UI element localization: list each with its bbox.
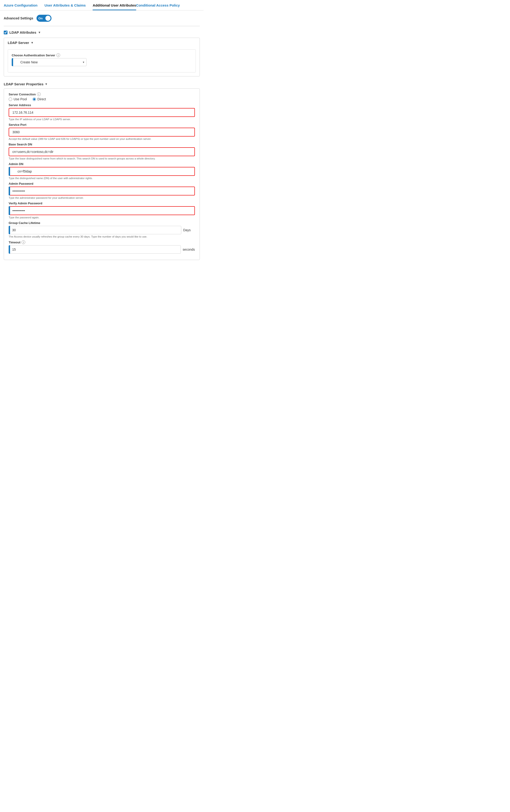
group-cache-lifetime-hint: The Access device usually refreshes the …: [9, 235, 195, 238]
timeout-bar: [9, 245, 10, 254]
direct-label: Direct: [37, 97, 46, 101]
ldap-server-title: LDAP Server: [8, 41, 29, 44]
service-port-label-text: Service Port: [9, 123, 26, 126]
server-address-input-wrapper: [9, 108, 195, 117]
choose-auth-server-info-icon: i: [56, 53, 60, 57]
server-address-hint: Type the IP address of your LDAP or LDAP…: [9, 118, 195, 121]
verify-admin-password-bar: [9, 206, 10, 215]
ldap-server-properties-card: Server Connection i Use Pool Direct Serv…: [4, 88, 200, 260]
select-left-bar: [12, 58, 13, 66]
base-search-dn-hint: Type the base distinguished name from wh…: [9, 157, 195, 160]
base-search-dn-group: Base Search DN Type the base distinguish…: [9, 143, 195, 160]
timeout-input[interactable]: [9, 245, 181, 254]
choose-auth-server-group: Choose Authentication Server i Create Ne…: [12, 53, 192, 66]
verify-admin-password-input[interactable]: [9, 206, 195, 215]
admin-dn-hint: Type the distinguished name (DN) of the …: [9, 177, 195, 180]
use-pool-radio[interactable]: [9, 97, 12, 101]
group-cache-lifetime-group: Group Cache Lifetime Days The Access dev…: [9, 221, 195, 238]
service-port-group: Service Port Accept the default value (3…: [9, 123, 195, 140]
base-search-dn-input[interactable]: [9, 147, 195, 156]
tab-azure-config[interactable]: Azure Configuration: [4, 3, 37, 10]
server-connection-group: Server Connection i Use Pool Direct: [9, 92, 195, 101]
timeout-input-wrapper: [9, 245, 181, 254]
admin-dn-input[interactable]: [9, 167, 195, 176]
group-cache-lifetime-label: Group Cache Lifetime: [9, 221, 195, 225]
server-address-group: Server Address Type the IP address of yo…: [9, 103, 195, 121]
toggle-on-label: On: [38, 17, 42, 20]
admin-password-label: Admin Password: [9, 182, 195, 185]
timeout-info-icon: i: [22, 240, 25, 244]
tab-additional-user-attributes[interactable]: Additional User Attributes: [93, 3, 136, 10]
top-nav: Azure Configuration User Attributes & Cl…: [0, 0, 203, 10]
ldap-server-card: LDAP Server ▾ Choose Authentication Serv…: [4, 38, 200, 77]
base-search-dn-label: Base Search DN: [9, 143, 195, 146]
admin-password-bar: [9, 187, 10, 196]
ldap-server-properties-title-row[interactable]: LDAP Server Properties ▾: [0, 80, 203, 87]
admin-password-input-wrapper: [9, 187, 195, 196]
server-connection-label: Server Connection i: [9, 92, 195, 96]
verify-admin-password-input-wrapper: [9, 206, 195, 215]
base-search-dn-input-wrapper: [9, 147, 195, 156]
server-connection-info-icon: i: [37, 92, 41, 96]
service-port-input-wrapper: [9, 128, 195, 137]
server-connection-radio-group: Use Pool Direct: [9, 97, 195, 101]
verify-admin-password-hint: Type the password again.: [9, 216, 195, 219]
group-cache-lifetime-input[interactable]: [9, 226, 181, 234]
section-divider: [4, 26, 200, 26]
group-cache-lifetime-input-wrapper: [9, 226, 181, 234]
tab-conditional-access-policy[interactable]: Conditional Access Policy: [136, 3, 180, 10]
group-cache-lifetime-input-row: Days: [9, 226, 195, 234]
verify-admin-password-label-text: Verify Admin Password: [9, 202, 42, 205]
service-port-hint: Accept the default value (389 for LDAP a…: [9, 138, 195, 140]
admin-password-input[interactable]: [9, 187, 195, 196]
service-port-label: Service Port: [9, 123, 195, 126]
ldap-attributes-row: LDAP Attributes ▾: [0, 28, 203, 36]
toggle-knob: [46, 16, 51, 21]
admin-password-group: Admin Password Type the administrator pa…: [9, 182, 195, 199]
service-port-input[interactable]: [9, 128, 195, 137]
ldap-server-header[interactable]: LDAP Server ▾: [4, 38, 200, 48]
ldap-server-chevron-icon: ▾: [31, 41, 33, 44]
admin-password-hint: Type the administrator password for your…: [9, 197, 195, 199]
ldap-server-properties-chevron-icon: ▾: [46, 82, 47, 86]
ldap-attributes-chevron-icon: ▾: [38, 31, 40, 34]
direct-option[interactable]: Direct: [32, 97, 46, 101]
ldap-server-properties-title: LDAP Server Properties: [4, 82, 44, 86]
group-cache-lifetime-suffix: Days: [183, 228, 195, 232]
use-pool-option[interactable]: Use Pool: [9, 97, 27, 101]
timeout-suffix: seconds: [183, 248, 195, 251]
tab-user-attributes-claims[interactable]: User Attributes & Claims: [45, 3, 86, 10]
base-search-dn-label-text: Base Search DN: [9, 143, 32, 146]
direct-radio[interactable]: [32, 97, 36, 101]
admin-dn-label: Admin DN: [9, 162, 195, 166]
server-connection-label-text: Server Connection: [9, 93, 36, 96]
auth-server-select-wrapper: Create New ▾: [12, 58, 87, 66]
admin-dn-input-wrapper: [9, 167, 195, 176]
admin-password-label-text: Admin Password: [9, 182, 33, 185]
admin-dn-group: Admin DN Type the distinguished name (DN…: [9, 162, 195, 180]
auth-server-select[interactable]: Create New: [12, 58, 87, 66]
group-cache-lifetime-bar: [9, 226, 10, 234]
timeout-label-text: Timeout: [9, 241, 20, 244]
ldap-attributes-checkbox[interactable]: [4, 31, 7, 34]
admin-dn-bar: [9, 167, 10, 176]
server-address-label: Server Address: [9, 103, 195, 107]
choose-auth-server-label-text: Choose Authentication Server: [12, 54, 55, 57]
ldap-attributes-label: LDAP Attributes: [9, 30, 36, 34]
server-address-input[interactable]: [9, 108, 195, 117]
verify-admin-password-group: Verify Admin Password Type the password …: [9, 202, 195, 219]
auth-server-inner-card: Choose Authentication Server i Create Ne…: [8, 49, 196, 72]
advanced-settings-toggle[interactable]: On: [36, 15, 52, 22]
timeout-input-row: seconds: [9, 245, 195, 254]
server-address-label-text: Server Address: [9, 103, 31, 107]
timeout-label: Timeout i: [9, 240, 195, 244]
advanced-settings-row: Advanced Settings On: [0, 10, 203, 24]
timeout-group: Timeout i seconds: [9, 240, 195, 254]
choose-auth-server-label: Choose Authentication Server i: [12, 53, 192, 57]
use-pool-label: Use Pool: [13, 97, 27, 101]
advanced-settings-label: Advanced Settings: [4, 17, 33, 20]
group-cache-lifetime-label-text: Group Cache Lifetime: [9, 221, 40, 225]
verify-admin-password-label: Verify Admin Password: [9, 202, 195, 205]
admin-dn-label-text: Admin DN: [9, 162, 23, 166]
